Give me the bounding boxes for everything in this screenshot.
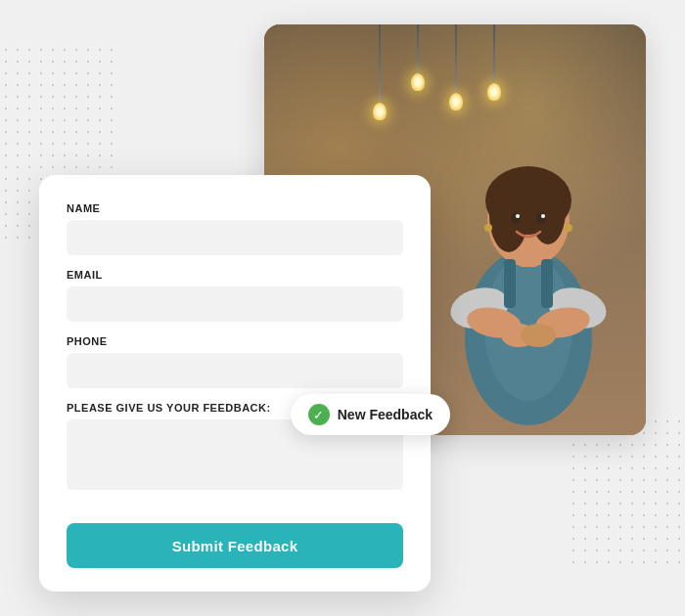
- check-icon: ✓: [308, 404, 330, 425]
- dot-pattern-br: [568, 416, 685, 572]
- svg-point-7: [521, 324, 556, 347]
- svg-point-13: [511, 212, 521, 224]
- submit-button[interactable]: Submit Feedback: [67, 523, 403, 568]
- woman-figure: [421, 93, 636, 435]
- light-4: [379, 24, 381, 112]
- svg-point-15: [516, 214, 520, 218]
- phone-input[interactable]: [67, 353, 403, 388]
- light-3: [493, 24, 495, 93]
- email-field-group: EMAIL: [67, 269, 403, 322]
- notification-text: New Feedback: [338, 407, 433, 422]
- form-card: NAME EMAIL PHONE PLEASE GIVE US YOUR FEE…: [39, 175, 431, 592]
- svg-point-14: [536, 212, 546, 224]
- email-input[interactable]: [67, 286, 403, 322]
- light-1: [455, 24, 457, 103]
- name-field-group: NAME: [67, 202, 403, 255]
- phone-field-group: PHONE: [67, 335, 403, 388]
- scene: NAME EMAIL PHONE PLEASE GIVE US YOUR FEE…: [39, 24, 646, 592]
- svg-rect-19: [504, 259, 516, 308]
- svg-rect-20: [541, 259, 553, 308]
- email-label: EMAIL: [67, 269, 403, 281]
- light-2: [417, 24, 419, 83]
- notification-badge: ✓ New Feedback: [291, 394, 450, 435]
- svg-point-17: [484, 224, 492, 232]
- svg-point-11: [489, 178, 528, 252]
- svg-point-18: [565, 224, 572, 232]
- phone-label: PHONE: [67, 335, 403, 347]
- name-label: NAME: [67, 202, 403, 214]
- name-input[interactable]: [67, 220, 403, 255]
- svg-point-16: [541, 214, 545, 218]
